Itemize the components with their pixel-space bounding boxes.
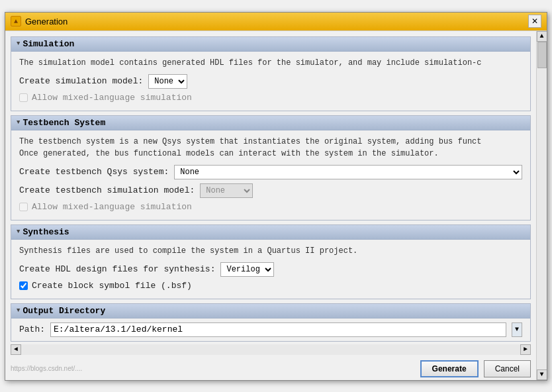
simulation-create-label: Create simulation model: [19, 76, 143, 86]
simulation-create-row: Create simulation model: None [19, 74, 522, 89]
hscroll-track[interactable] [21, 344, 520, 355]
generate-button[interactable]: Generate [420, 360, 479, 377]
simulation-mixed-lang-label: Allow mixed-language simulation [32, 93, 192, 103]
synthesis-create-hdl-label: Create HDL design files for synthesis: [19, 264, 215, 274]
synthesis-description: Synthesis files are used to compile the … [19, 245, 522, 257]
vscrollbar: ▲ ▼ [536, 31, 547, 380]
vscroll-up-button[interactable]: ▲ [537, 31, 547, 42]
simulation-description: The simulation model contains generated … [19, 57, 522, 69]
testbench-section: ▼ Testbench System The testbench system … [11, 115, 531, 220]
simulation-mixed-lang-row: Allow mixed-language simulation [19, 93, 522, 103]
vscroll-track[interactable] [537, 42, 547, 369]
titlebar-left: ▲ Generation [11, 16, 68, 26]
path-row: Path: ▼ [11, 318, 530, 341]
testbench-mixed-lang-row: Allow mixed-language simulation [19, 202, 522, 212]
synthesis-header[interactable]: ▼ Synthesis [11, 225, 530, 240]
synthesis-title: Synthesis [23, 227, 69, 237]
synthesis-content: Synthesis files are used to compile the … [11, 240, 530, 299]
generation-dialog: ▲ Generation ✕ ▼ Simulation The simulati… [5, 12, 547, 381]
testbench-title: Testbench System [23, 118, 105, 128]
synthesis-section: ▼ Synthesis Synthesis files are used to … [11, 224, 531, 299]
output-directory-section: ▼ Output Directory Path: ▼ [11, 303, 531, 342]
path-scroll-btn[interactable]: ▼ [512, 322, 522, 337]
output-directory-header[interactable]: ▼ Output Directory [11, 304, 530, 318]
button-row: https://blogs.csdn.net/.... Generate Can… [5, 356, 536, 380]
hscrollbar: ◄ ► [11, 344, 531, 355]
testbench-content: The testbench system is a new Qsys syste… [11, 130, 530, 220]
simulation-header[interactable]: ▼ Simulation [11, 37, 530, 52]
testbench-collapse-icon[interactable]: ▼ [17, 119, 20, 126]
synthesis-collapse-icon[interactable]: ▼ [17, 228, 20, 235]
testbench-description: The testbench system is a new Qsys syste… [19, 136, 522, 160]
testbench-create-qsys-label: Create testbench Qsys system: [19, 167, 169, 177]
synthesis-bsf-label: Create block symbol file (.bsf) [32, 281, 192, 291]
app-icon: ▲ [11, 16, 21, 26]
watermark: https://blogs.csdn.net/.... [11, 365, 82, 372]
synthesis-create-hdl-row: Create HDL design files for synthesis: V… [19, 262, 522, 277]
simulation-mixed-lang-checkbox[interactable] [19, 93, 28, 102]
output-collapse-icon[interactable]: ▼ [17, 307, 20, 314]
testbench-create-qsys-row: Create testbench Qsys system: None [19, 165, 522, 179]
hscroll-right-button[interactable]: ► [520, 344, 531, 355]
testbench-create-qsys-select[interactable]: None [174, 165, 522, 179]
path-input[interactable] [50, 322, 506, 337]
hscroll-left-button[interactable]: ◄ [11, 344, 21, 355]
testbench-create-sim-row: Create testbench simulation model: None [19, 183, 522, 198]
simulation-collapse-icon[interactable]: ▼ [17, 40, 20, 47]
testbench-create-sim-label: Create testbench simulation model: [19, 185, 195, 195]
simulation-content: The simulation model contains generated … [11, 52, 530, 111]
synthesis-create-hdl-select[interactable]: Verilog VHDL [220, 262, 274, 277]
synthesis-bsf-checkbox[interactable] [19, 281, 28, 290]
simulation-title: Simulation [23, 39, 74, 49]
testbench-create-sim-select[interactable]: None [200, 183, 253, 198]
testbench-mixed-lang-label: Allow mixed-language simulation [32, 202, 192, 212]
testbench-mixed-lang-checkbox[interactable] [19, 203, 28, 211]
titlebar: ▲ Generation ✕ [5, 13, 547, 31]
path-label: Path: [19, 324, 45, 334]
vscroll-thumb[interactable] [537, 42, 547, 68]
synthesis-bsf-row: Create block symbol file (.bsf) [19, 281, 522, 291]
vscroll-down-button[interactable]: ▼ [537, 369, 547, 380]
simulation-create-select[interactable]: None [148, 74, 187, 89]
output-directory-title: Output Directory [23, 306, 105, 316]
testbench-header[interactable]: ▼ Testbench System [11, 116, 530, 130]
dialog-title: Generation [25, 17, 68, 26]
simulation-section: ▼ Simulation The simulation model contai… [11, 36, 531, 111]
cancel-button[interactable]: Cancel [484, 360, 531, 377]
close-button[interactable]: ✕ [528, 15, 541, 28]
